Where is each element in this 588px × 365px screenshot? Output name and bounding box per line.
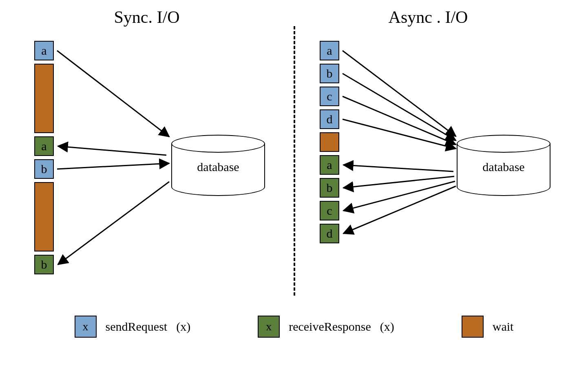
legend-send: x sendRequest (x) [75, 316, 191, 338]
sync-database-label: database [171, 160, 265, 174]
vertical-divider [294, 26, 295, 296]
svg-line-11 [343, 186, 456, 234]
svg-line-9 [343, 176, 454, 188]
legend-wait-label: wait [493, 320, 514, 334]
async-step-send-a: a [320, 41, 339, 60]
async-title: Async . I/O [355, 7, 502, 27]
sync-step-wait-1 [34, 64, 54, 133]
legend-wait-swatch [462, 316, 484, 338]
legend: x sendRequest (x) x receiveResponse (x) … [41, 314, 547, 339]
sync-step-recv-b: b [34, 255, 54, 274]
async-database-label: database [457, 160, 550, 174]
async-step-send-d: d [320, 109, 339, 129]
async-step-recv-a: a [320, 155, 339, 175]
svg-line-3 [58, 182, 169, 265]
svg-line-2 [57, 163, 169, 169]
sync-title: Sync. I/O [73, 7, 220, 27]
sync-step-send-a: a [34, 41, 54, 60]
async-step-send-b: b [320, 64, 339, 83]
async-step-send-c: c [320, 87, 339, 106]
sync-step-wait-2 [34, 182, 54, 251]
svg-line-4 [343, 51, 456, 136]
async-step-wait [320, 132, 339, 152]
async-step-recv-b: b [320, 178, 339, 198]
svg-line-8 [343, 165, 453, 171]
sync-database-icon: database [171, 135, 265, 196]
async-panel: a b c d a b c d database [318, 41, 571, 290]
async-step-recv-c: c [320, 201, 339, 220]
svg-line-7 [343, 119, 456, 149]
svg-line-1 [58, 146, 166, 155]
svg-line-0 [57, 51, 169, 137]
async-step-recv-d: d [320, 224, 339, 243]
legend-send-swatch: x [75, 316, 97, 338]
sync-panel: a a b b database [33, 41, 285, 290]
legend-recv-suffix: (x) [380, 320, 394, 334]
legend-recv-swatch: x [258, 316, 280, 338]
legend-send-suffix: (x) [176, 320, 190, 334]
svg-line-10 [343, 181, 455, 211]
legend-recv-label: receiveResponse [289, 320, 371, 334]
legend-wait: wait [462, 316, 514, 338]
async-database-icon: database [457, 135, 550, 196]
sync-step-send-b: b [34, 159, 54, 179]
legend-recv: x receiveResponse (x) [258, 316, 394, 338]
svg-line-6 [343, 96, 456, 145]
svg-line-5 [343, 73, 456, 140]
legend-send-label: sendRequest [106, 320, 168, 334]
sync-step-recv-a: a [34, 136, 54, 156]
